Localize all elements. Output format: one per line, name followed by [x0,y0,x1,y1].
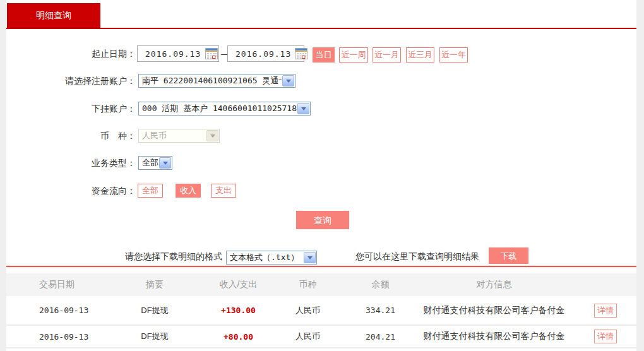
register-account-value: 南平 6222001406100921065 灵通卡 [139,75,282,86]
cell-counterparty: 财付通支付科技有限公司客户备付金 [414,305,575,316]
cell-counterparty: 财付通支付科技有限公司客户备付金 [414,331,575,342]
cell-trade-date: 2016-09-13 [6,306,101,315]
cell-amount: +80.00 [208,332,268,342]
download-format-select[interactable]: 文本格式（.txt） [226,251,317,265]
detail-button[interactable]: 详情 [594,304,617,318]
end-date-field[interactable] [228,49,295,59]
chevron-down-icon[interactable] [159,157,171,169]
chevron-down-icon[interactable] [297,103,309,114]
business-type-label: 业务类型： [6,155,136,170]
table-row: 2016-09-13 DF提现 +80.00 人民币 204.21 财付通支付科… [6,326,636,348]
cell-trade-date: 2016-09-13 [6,332,101,342]
currency-label: 币 种： [6,128,136,143]
fund-flow-label: 资金流向： [6,183,136,198]
detail-button[interactable]: 详情 [594,330,617,343]
business-type-value: 全部 [139,157,158,169]
chevron-down-icon[interactable] [304,252,316,263]
header-summary: 摘要 [101,279,208,290]
cell-summary: DF提现 [101,305,208,316]
download-button[interactable]: 下载 [489,247,528,264]
calendar-icon[interactable] [295,46,307,61]
header-counterparty: 对方信息 [414,279,575,290]
cell-balance: 334.21 [347,306,414,315]
header-currency: 币种 [268,279,347,290]
results-panel: 交易日期 摘要 收入/支出 币种 余额 对方信息 2016-09-13 DF提现… [6,268,636,351]
header-trade-date: 交易日期 [6,279,101,290]
fund-flow-expense-button[interactable]: 支出 [211,184,236,198]
header-income-expense: 收入/支出 [208,279,268,290]
query-button[interactable]: 查询 [296,211,349,229]
start-date-input[interactable] [137,45,219,62]
sub-account-value: 000 活期 基本户 1406600101102571848 [139,103,297,114]
quick-range-year-button[interactable]: 近一年 [439,47,468,62]
table-row: 2016-09-13 DF提现 +130.00 人民币 334.21 财付通支付… [6,296,636,326]
sub-account-select[interactable]: 000 活期 基本户 1406600101102571848 [138,102,311,116]
business-type-select[interactable]: 全部 [138,156,172,170]
register-account-select[interactable]: 南平 6222001406100921065 灵通卡 [138,74,295,88]
tab-bar: 明细查询 [6,0,636,28]
quick-range-today-button[interactable]: 当日 [313,47,335,62]
cell-amount: +130.00 [208,306,268,315]
sub-account-label: 下挂账户： [6,101,136,116]
register-account-label: 请选择注册账户： [6,73,136,88]
download-hint-label: 您可以在这里下载查询明细结果 [355,249,479,263]
start-date-field[interactable] [138,49,205,59]
header-balance: 余额 [347,279,414,290]
chevron-down-icon[interactable] [282,75,294,86]
fund-flow-income-button[interactable]: 收入 [176,184,201,198]
cell-summary: DF提现 [101,331,208,342]
quick-range-3month-button[interactable]: 近三月 [406,47,434,62]
results-rows: 2016-09-13 DF提现 +130.00 人民币 334.21 财付通支付… [6,296,636,348]
currency-select: 人民币 [138,129,220,143]
quick-range-month-button[interactable]: 近一月 [373,47,401,62]
chevron-down-icon [206,130,218,141]
fund-flow-all-button[interactable]: 全部 [138,184,163,198]
cell-currency: 人民币 [268,305,347,316]
end-date-input[interactable] [227,45,304,62]
download-format-value: 文本格式（.txt） [227,252,299,263]
cell-currency: 人民币 [268,331,347,342]
calendar-icon[interactable] [205,46,218,61]
date-range-label: 起止日期： [6,46,136,61]
download-format-label: 请您选择下载明细的格式 [6,249,222,263]
currency-value: 人民币 [139,130,167,141]
results-table-header: 交易日期 摘要 收入/支出 币种 余额 对方信息 [6,273,636,296]
quick-range-week-button[interactable]: 近一周 [339,47,368,62]
tab-detail-query[interactable]: 明细查询 [7,3,100,28]
query-form-panel: 起止日期： — [6,29,636,267]
cell-balance: 204.21 [347,332,414,342]
